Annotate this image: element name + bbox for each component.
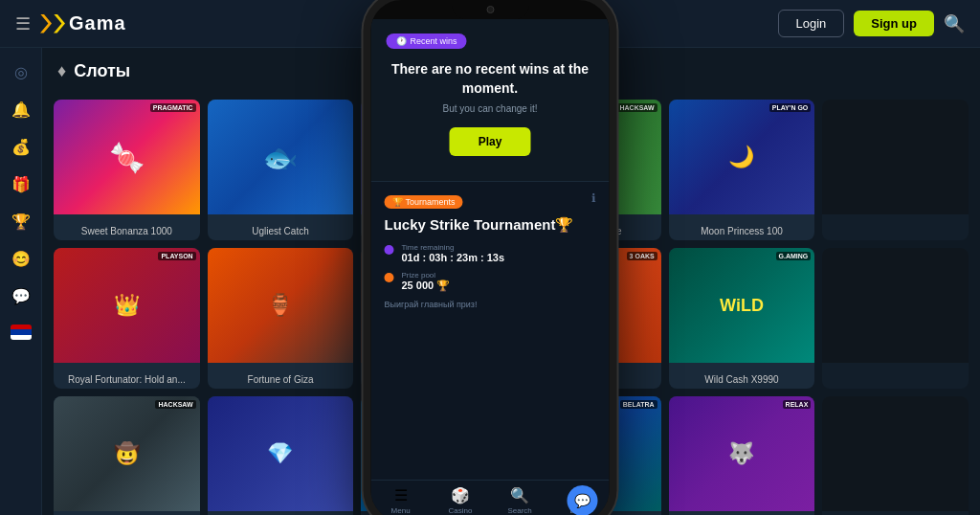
- provider-badge: PRAGMATIC: [150, 103, 196, 112]
- phone-bottom-nav: ☰ Menu 🎲 Casino 🔍 Search 👤 Login 💬: [371, 480, 610, 515]
- nav-casino[interactable]: 🎲 Casino: [431, 486, 490, 515]
- nav-menu-label: Menu: [391, 506, 411, 515]
- game-card-bg: 💎: [208, 396, 354, 511]
- provider-badge: G.AMING: [776, 252, 812, 260]
- clock-icon: 🕐: [396, 36, 407, 46]
- sidebar-icon-gifts[interactable]: 🎁: [11, 175, 31, 193]
- sidebar: ◎ 🔔 💰 🎁 🏆 😊 💬: [0, 48, 42, 515]
- recent-wins-section: 🕐 Recent wins There are no recent wins a…: [371, 19, 610, 181]
- game-card-wild-cash[interactable]: WiLD G.AMING Wild Cash X9990: [669, 248, 815, 389]
- header-right: Login Sign up 🔍: [778, 10, 965, 37]
- game-card-label: Wild Cash X9990: [669, 372, 815, 387]
- prize-value: 25 000 🏆: [402, 280, 451, 292]
- prize-pool-detail: Prize pool 25 000 🏆: [385, 271, 596, 292]
- time-label: Time remaining: [402, 243, 505, 252]
- game-card-royal-fortunator[interactable]: 👑 PLAYSON Royal Fortunator: Hold an...: [54, 248, 200, 389]
- sidebar-icon-notifications[interactable]: 🔔: [11, 101, 31, 119]
- game-card-rusty-curly[interactable]: 🤠 HACKSAW Rusty & Curly: [54, 396, 200, 515]
- menu-icon: ☰: [394, 486, 408, 504]
- signup-button[interactable]: Sign up: [854, 11, 934, 36]
- game-card-label: Fortune of Giza: [208, 372, 354, 387]
- tournament-section: 🏆 Tournaments ℹ Lucky Strike Tournament🏆…: [371, 181, 610, 480]
- game-card-empty1: [822, 100, 969, 240]
- game-card-bg: WiLD G.AMING: [669, 248, 815, 363]
- sidebar-icon-wallet[interactable]: 💰: [11, 138, 31, 156]
- provider-badge: BELATRA: [620, 400, 657, 409]
- orange-dot: [385, 273, 394, 282]
- phone-overlay: 🕐 Recent wins There are no recent wins a…: [364, 0, 617, 515]
- phone-camera: [486, 6, 494, 13]
- play-button[interactable]: Play: [450, 127, 531, 156]
- game-card-label: Ugliest Catch: [208, 224, 354, 238]
- logo-chevron-2: [54, 14, 65, 34]
- game-card-ugliest-catch[interactable]: 🐟 Ugliest Catch: [208, 100, 354, 240]
- chat-icon: 💬: [574, 493, 590, 508]
- purple-dot: [385, 245, 394, 255]
- time-value: 01d : 03h : 23m : 13s: [402, 252, 505, 263]
- game-card-bg: 🍬 PRAGMATIC: [54, 100, 200, 214]
- logo-chevrons: [40, 14, 65, 34]
- provider-badge: HACKSAW: [616, 103, 657, 112]
- logo[interactable]: Gama: [40, 12, 126, 34]
- login-button[interactable]: Login: [778, 10, 845, 37]
- game-card-empty2: [822, 248, 969, 389]
- prize-label: Prize pool: [402, 271, 451, 280]
- phone-screen: 🕐 Recent wins There are no recent wins a…: [371, 19, 610, 515]
- game-card-bg: 🏺: [208, 248, 354, 363]
- game-card-dazzling-crown[interactable]: 💎 Dazzling Crown: [208, 396, 354, 515]
- phone-notch: [452, 0, 528, 19]
- search-icon-button[interactable]: 🔍: [944, 13, 965, 34]
- nav-search[interactable]: 🔍 Search: [490, 486, 549, 515]
- provider-badge: RELAX: [783, 400, 812, 409]
- time-remaining-detail: Time remaining 01d : 03h : 23m : 13s: [385, 243, 596, 263]
- trophy-icon: 🏆: [392, 197, 403, 207]
- sidebar-icon-profile[interactable]: 😊: [11, 250, 31, 268]
- game-card-beast-mode[interactable]: 🐺 RELAX Beast Mode: [669, 396, 815, 515]
- game-card-bg: 🤠 HACKSAW: [54, 396, 200, 511]
- provider-badge: PLAYSON: [158, 252, 195, 260]
- recent-wins-label: Recent wins: [411, 36, 457, 46]
- info-icon[interactable]: ℹ: [591, 191, 596, 205]
- game-card-empty3: [822, 396, 969, 515]
- game-card-label: Royal Fortunator: Hold an...: [54, 372, 200, 387]
- tournament-badge: 🏆 Tournaments: [385, 195, 463, 209]
- logo-text: Gama: [69, 12, 126, 34]
- sidebar-icon-flag[interactable]: [11, 325, 32, 340]
- game-card-sweet-bonanza[interactable]: 🍬 PRAGMATIC Sweet Bonanza 1000: [54, 100, 200, 240]
- no-wins-title: There are no recent wins at the moment.: [387, 60, 594, 98]
- game-card-moon-princess[interactable]: 🌙 PLAY'N GO Moon Princess 100: [669, 100, 815, 240]
- logo-chevron-1: [40, 14, 52, 34]
- recent-wins-badge: 🕐 Recent wins: [387, 34, 467, 49]
- diamond-icon: ♦: [57, 61, 66, 81]
- sidebar-icon-home[interactable]: ◎: [14, 63, 28, 81]
- tournament-label: Tournaments: [406, 197, 456, 207]
- casino-icon: 🎲: [451, 486, 470, 504]
- chat-button[interactable]: 💬: [568, 485, 598, 515]
- no-wins-subtitle: But you can change it!: [387, 103, 594, 114]
- game-card-bg: 👑 PLAYSON: [54, 248, 200, 363]
- game-card-label: Moon Princess 100: [669, 224, 815, 238]
- provider-badge: 3 OAKS: [627, 252, 657, 260]
- game-card-bg: 🌙 PLAY'N GO: [669, 100, 815, 214]
- sidebar-icon-chat[interactable]: 💬: [11, 287, 31, 305]
- game-card-bg: [822, 396, 969, 511]
- header-left: ☰ Gama: [15, 12, 126, 34]
- tournament-title: Lucky Strike Tournament🏆: [385, 216, 596, 234]
- sidebar-icon-trophy[interactable]: 🏆: [11, 213, 31, 231]
- search-icon: 🔍: [510, 486, 529, 504]
- game-card-bg: [822, 100, 969, 214]
- game-card-bg: 🐺 RELAX: [669, 396, 815, 511]
- prize-content: Prize pool 25 000 🏆: [402, 271, 451, 292]
- game-card-bg: 🐟: [208, 100, 354, 214]
- game-card-fortune-giza[interactable]: 🏺 Fortune of Giza: [208, 248, 354, 389]
- nav-menu[interactable]: ☰ Menu: [371, 486, 431, 515]
- section-title: ♦ Слоты: [57, 61, 130, 81]
- game-card-label: Sweet Bonanza 1000: [54, 224, 200, 238]
- win-prize-text: Выиграй главный приз!: [385, 300, 596, 309]
- nav-casino-label: Casino: [448, 506, 472, 515]
- provider-badge: PLAY'N GO: [769, 103, 812, 112]
- hamburger-icon[interactable]: ☰: [15, 13, 31, 34]
- provider-badge: HACKSAW: [155, 400, 195, 409]
- section-title-text: Слоты: [74, 61, 130, 81]
- time-content: Time remaining 01d : 03h : 23m : 13s: [402, 243, 505, 263]
